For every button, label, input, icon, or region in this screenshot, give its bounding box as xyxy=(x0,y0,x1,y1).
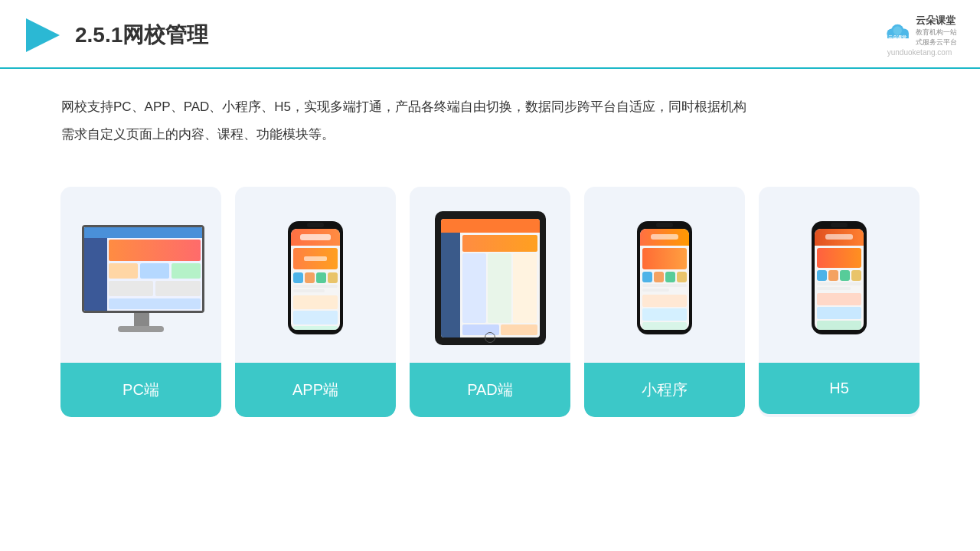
svg-marker-0 xyxy=(26,18,60,52)
logo-tagline: 教育机构一站式服务云平台 xyxy=(916,28,957,47)
header-left: 2.5.1网校管理 xyxy=(23,15,208,55)
phone-mockup-app xyxy=(288,221,343,336)
description-text: 网校支持PC、APP、PAD、小程序、H5，实现多端打通，产品各终端自由切换，数… xyxy=(61,99,746,142)
card-miniprogram: 小程序 xyxy=(584,187,745,417)
card-app-image xyxy=(235,187,396,363)
card-app-label: APP端 xyxy=(235,363,396,417)
logo-text-area: 云朵课堂 教育机构一站式服务云平台 xyxy=(916,14,957,47)
card-pad-image xyxy=(410,187,570,363)
cloud-icon: 云朵课堂 xyxy=(882,20,911,41)
logo-brand: 云朵课堂 xyxy=(916,14,957,28)
svg-point-5 xyxy=(893,26,902,34)
header: 2.5.1网校管理 云朵课堂 云朵课堂 教育机构一站式服务云平台 yunduok… xyxy=(0,0,980,69)
logo-cloud: 云朵课堂 云朵课堂 教育机构一站式服务云平台 xyxy=(882,14,957,47)
description: 网校支持PC、APP、PAD、小程序、H5，实现多端打通，产品各终端自由切换，数… xyxy=(0,69,980,163)
phone-mockup-h5 xyxy=(812,221,867,336)
card-app: APP端 xyxy=(235,187,396,417)
card-pad: PAD端 xyxy=(410,187,570,417)
play-icon xyxy=(23,15,63,55)
logo-url: yunduoketang.com xyxy=(887,48,952,57)
card-pc-label: PC端 xyxy=(60,363,221,417)
card-pad-label: PAD端 xyxy=(410,363,570,417)
tablet-mockup xyxy=(435,211,546,345)
card-pc-image xyxy=(60,187,221,363)
phone-mockup-mini xyxy=(637,221,692,336)
card-miniprogram-image xyxy=(584,187,745,363)
logo-area: 云朵课堂 云朵课堂 教育机构一站式服务云平台 yunduoketang.com xyxy=(882,14,957,57)
card-miniprogram-label: 小程序 xyxy=(584,363,745,417)
cards-container: PC端 xyxy=(0,164,980,417)
card-h5: H5 xyxy=(759,187,920,417)
card-h5-label: H5 xyxy=(759,363,920,414)
monitor-mockup xyxy=(74,225,208,332)
monitor-screen xyxy=(82,225,204,313)
svg-text:云朵课堂: 云朵课堂 xyxy=(888,34,906,40)
card-h5-image xyxy=(759,187,920,363)
card-pc: PC端 xyxy=(60,187,221,417)
page-title: 2.5.1网校管理 xyxy=(75,21,208,50)
